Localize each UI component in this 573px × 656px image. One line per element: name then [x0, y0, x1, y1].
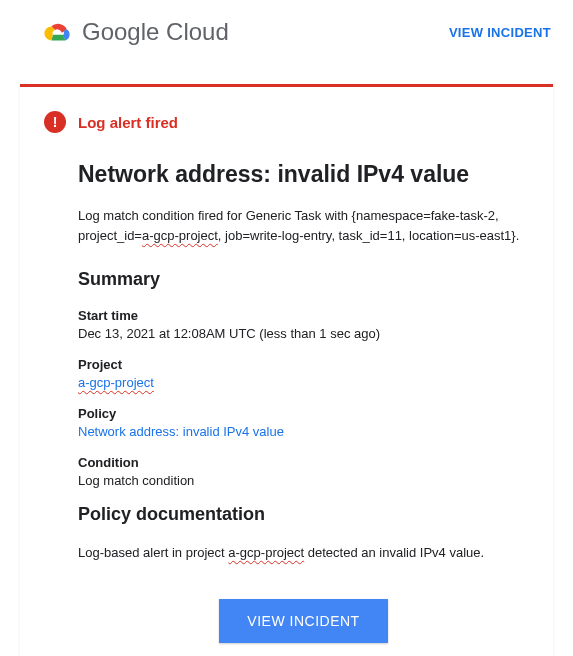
product-name: Google Cloud [82, 18, 229, 46]
condition-label: Condition [78, 455, 529, 470]
alert-icon: ! [44, 111, 66, 133]
alert-badge-text: Log alert fired [78, 114, 178, 131]
alert-header-row: ! Log alert fired [44, 111, 529, 133]
page-header: Google Cloud VIEW INCIDENT [0, 0, 573, 64]
alert-title: Network address: invalid IPv4 value [78, 161, 529, 188]
logo-wrap: Google Cloud [40, 18, 229, 46]
start-time-label: Start time [78, 308, 529, 323]
policy-doc-project: a-gcp-project [228, 545, 304, 560]
alert-content: Network address: invalid IPv4 value Log … [44, 161, 529, 643]
button-row: VIEW INCIDENT [78, 599, 529, 643]
policy-value[interactable]: Network address: invalid IPv4 value [78, 424, 529, 439]
policy-doc-suffix: detected an invalid IPv4 value. [304, 545, 484, 560]
alert-description-project: a-gcp-project [142, 228, 218, 243]
alert-description-suffix: , job=write-log-entry, task_id=11, locat… [218, 228, 519, 243]
view-incident-button[interactable]: VIEW INCIDENT [219, 599, 387, 643]
project-value-text: a-gcp-project [78, 375, 154, 390]
alert-card: ! Log alert fired Network address: inval… [20, 84, 553, 656]
summary-heading: Summary [78, 269, 529, 290]
google-cloud-logo-icon [40, 18, 74, 46]
policy-doc-prefix: Log-based alert in project [78, 545, 228, 560]
policy-label: Policy [78, 406, 529, 421]
policy-doc-text: Log-based alert in project a-gcp-project… [78, 543, 529, 563]
policy-doc-heading: Policy documentation [78, 504, 529, 525]
project-value[interactable]: a-gcp-project [78, 375, 529, 390]
alert-description: Log match condition fired for Generic Ta… [78, 206, 529, 245]
project-label: Project [78, 357, 529, 372]
start-time-value: Dec 13, 2021 at 12:08AM UTC (less than 1… [78, 326, 529, 341]
condition-value: Log match condition [78, 473, 529, 488]
view-incident-link[interactable]: VIEW INCIDENT [449, 25, 551, 40]
